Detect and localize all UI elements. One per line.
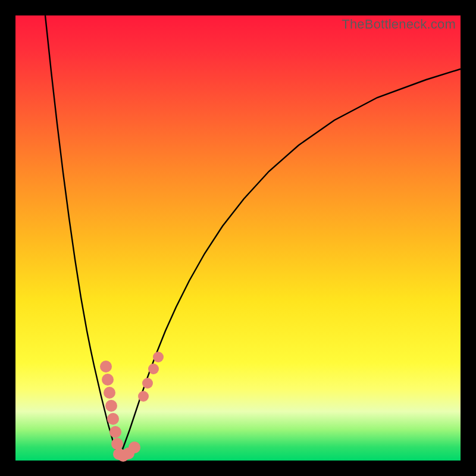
curve-markers [100, 352, 164, 462]
curve-right-branch [119, 69, 461, 457]
chart-plot-area: TheBottleneck.com [15, 15, 461, 461]
curve-marker [129, 441, 140, 453]
curve-marker [100, 361, 112, 372]
curve-marker [109, 426, 121, 438]
chart-frame: TheBottleneck.com [0, 0, 476, 476]
chart-svg [15, 15, 461, 461]
curve-marker [142, 378, 153, 389]
curve-marker [138, 391, 149, 402]
curve-marker [111, 438, 123, 450]
curve-marker [107, 413, 119, 425]
curve-marker [148, 364, 159, 374]
curve-marker [102, 374, 114, 386]
curve-marker [105, 400, 117, 412]
curve-marker [153, 352, 164, 362]
curve-marker [104, 387, 115, 399]
